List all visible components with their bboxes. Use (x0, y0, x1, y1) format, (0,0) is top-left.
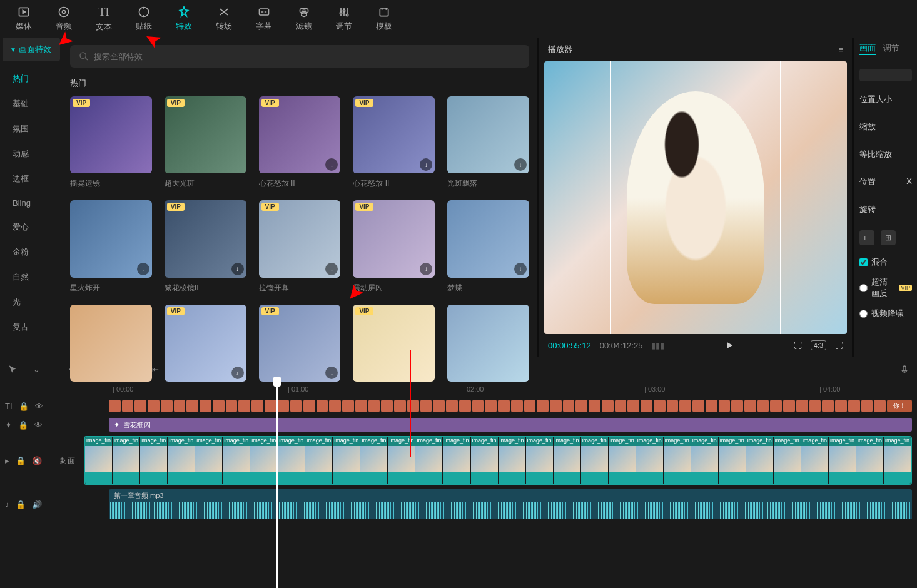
download-icon[interactable]: ↓ (231, 263, 244, 275)
text-track-row: TI🔒👁 你！ (0, 397, 917, 415)
effect-card[interactable]: VIP摇晃运镜 (70, 96, 152, 189)
play-button[interactable] (724, 340, 734, 350)
mic-icon[interactable] (898, 363, 911, 376)
sidebar-primary[interactable]: ▼画面特效 (3, 38, 60, 61)
hq-radio[interactable] (859, 284, 868, 292)
blend-checkbox[interactable] (859, 258, 868, 266)
download-icon[interactable]: ↓ (231, 367, 244, 379)
effect-card[interactable]: VIP↓心花怒放 II (353, 96, 435, 189)
nav-audio[interactable]: 音频 (45, 2, 83, 36)
nav-transition[interactable]: 转场 (205, 2, 243, 36)
sidebar-item[interactable]: 基础 (0, 91, 63, 116)
top-nav: 媒体 音频 TI文本 贴纸 特效 转场 字幕 滤镜 调节 模板 (0, 0, 917, 38)
right-panel: 画面 调节 位置大小 缩放 等比缩放 位置X 旋转 ⊏ ⊞ 混合 超清画质VIP… (854, 38, 917, 357)
vip-badge: VIP (261, 203, 279, 211)
nav-effects[interactable]: 特效 (165, 2, 203, 36)
svg-rect-13 (903, 366, 906, 371)
audio-track-icon: ♪ (5, 500, 9, 509)
download-icon[interactable]: ↓ (514, 158, 527, 171)
svg-rect-4 (260, 9, 269, 15)
effect-name: 心花怒放 II (353, 178, 435, 189)
section-title: 热门 (70, 78, 529, 89)
rp-position-size: 位置大小 (859, 90, 912, 109)
ruler[interactable]: | 00:00| 01:00| 02:00| 03:00| 04:00 (106, 382, 917, 397)
search-input[interactable] (94, 52, 520, 61)
rp-input[interactable] (859, 69, 912, 81)
rp-scale: 缩放 (859, 118, 912, 136)
effect-card[interactable]: VIP↓心花怒放 II (259, 96, 341, 189)
effect-card[interactable]: VIP↓拉镜开幕 (259, 200, 341, 293)
svg-point-12 (80, 53, 86, 58)
sidebar-item[interactable]: 复古 (0, 315, 63, 340)
nav-subtitle[interactable]: 字幕 (245, 2, 283, 36)
mute-icon[interactable]: 🔇 (32, 456, 42, 465)
download-icon[interactable]: ↓ (420, 158, 432, 171)
audio-clip[interactable]: 第一章音频.mp3 (109, 489, 912, 519)
vip-badge: VIP (355, 99, 373, 107)
cursor-icon[interactable] (6, 363, 19, 376)
rp-position: 位置 (859, 176, 876, 188)
nav-media[interactable]: 媒体 (5, 2, 43, 36)
audio-track-row: ♪🔒🔊 第一章音频.mp3 (0, 487, 917, 522)
sidebar-item[interactable]: 动感 (0, 141, 63, 166)
sidebar-item[interactable]: 光 (0, 290, 63, 315)
sidebar-item[interactable]: 自然 (0, 265, 63, 290)
effect-card[interactable]: VIP↓震动屏闪 (353, 200, 435, 293)
download-icon[interactable]: ↓ (325, 158, 338, 171)
lock-icon[interactable]: 🔒 (18, 420, 28, 430)
effect-card[interactable]: VIP超大光斑 (165, 96, 246, 189)
effect-card[interactable]: VIP↓繁花棱镜II (165, 200, 246, 293)
rp-tab-adjust[interactable]: 调节 (883, 43, 899, 55)
video-track-row: ▸🔒🔇 封面 image_finimage_finimage_finimage_… (0, 434, 917, 487)
download-icon[interactable]: ↓ (325, 263, 338, 275)
volume-bars-icon[interactable]: ▮▮▮ (651, 341, 664, 350)
svg-point-2 (63, 11, 66, 14)
effect-card[interactable]: ↓梦蝶 (447, 200, 529, 293)
align-center-icon[interactable]: ⊞ (881, 230, 896, 245)
fullscreen-icon[interactable]: ⛶ (835, 341, 843, 350)
player-menu-icon[interactable]: ≡ (838, 45, 843, 54)
playhead[interactable] (276, 382, 278, 588)
timeline: | 00:00| 01:00| 02:00| 03:00| 04:00 TI🔒👁… (0, 382, 917, 588)
nav-adjust[interactable]: 调节 (325, 2, 363, 36)
download-icon[interactable]: ↓ (325, 367, 338, 379)
cover-label[interactable]: 封面 (56, 455, 79, 466)
lock-icon[interactable]: 🔒 (16, 456, 26, 465)
svg-point-10 (346, 14, 348, 16)
aspect-ratio[interactable]: 4:3 (811, 340, 826, 350)
video-clips[interactable]: image_finimage_finimage_finimage_finimag… (84, 436, 912, 485)
nav-template[interactable]: 模板 (365, 2, 403, 36)
eye-icon[interactable]: 👁 (35, 402, 43, 411)
player-viewport[interactable] (544, 61, 847, 334)
sidebar-item[interactable]: Bling (0, 191, 63, 215)
effect-card[interactable]: ↓光斑飘落 (447, 96, 529, 189)
lock-icon[interactable]: 🔒 (19, 402, 29, 411)
sidebar-item[interactable]: 边框 (0, 166, 63, 191)
focus-icon[interactable]: ⛶ (794, 341, 802, 350)
align-left-icon[interactable]: ⊏ (859, 230, 874, 245)
sidebar-item[interactable]: 爱心 (0, 215, 63, 240)
download-icon[interactable]: ↓ (420, 263, 432, 275)
chevron-down-icon[interactable]: ⌄ (30, 363, 43, 376)
sidebar-item[interactable]: 氛围 (0, 116, 63, 141)
effect-clip[interactable]: ✦雪花细闪 (109, 418, 912, 432)
effect-card[interactable]: ↓星火炸开 (70, 200, 152, 293)
denoise-radio[interactable] (859, 310, 868, 318)
nav-text[interactable]: TI文本 (85, 2, 123, 36)
vip-badge: VIP (261, 99, 279, 107)
rp-tab-canvas[interactable]: 画面 (859, 43, 876, 55)
effect-name: 星火炸开 (70, 283, 152, 293)
effect-name: 拉镜开幕 (259, 283, 341, 293)
nav-sticker[interactable]: 贴纸 (125, 2, 163, 36)
sidebar-item[interactable]: 金粉 (0, 240, 63, 265)
vip-badge: VIP (261, 307, 279, 315)
speaker-icon[interactable]: 🔊 (32, 500, 42, 509)
download-icon[interactable]: ↓ (514, 263, 527, 275)
sidebar-item[interactable]: 热门 (0, 66, 63, 91)
download-icon[interactable]: ↓ (137, 263, 149, 275)
eye-icon[interactable]: 👁 (34, 420, 43, 430)
lock-icon[interactable]: 🔒 (16, 500, 26, 509)
search-bar[interactable] (70, 45, 529, 68)
vip-badge: VIP (73, 99, 90, 107)
nav-filter[interactable]: 滤镜 (285, 2, 323, 36)
